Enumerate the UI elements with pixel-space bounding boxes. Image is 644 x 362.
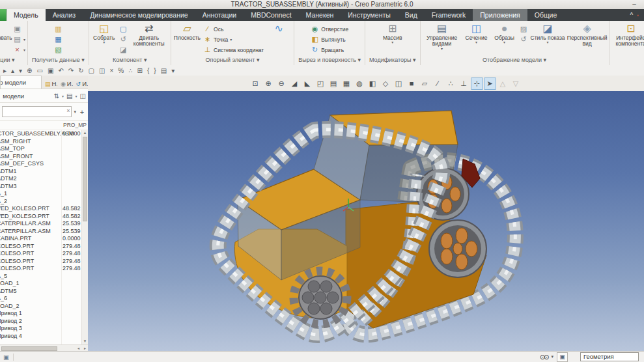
sketch-button[interactable]: ∿ [266, 22, 292, 35]
tab-dynamic-modeling[interactable]: Динамическое моделирование [83, 9, 195, 21]
tree-row[interactable]: Привод 1 [0, 310, 88, 318]
annotations-toggle-icon[interactable]: ⊹ [471, 77, 483, 90]
collapse-ribbon-icon[interactable]: ^ [630, 12, 633, 19]
copy-button[interactable]: ▣ [13, 24, 25, 34]
tree-filter-dropdown[interactable]: ▾ [62, 94, 64, 98]
tab-analysis[interactable]: Анализ [46, 9, 83, 21]
panel-tab-history[interactable]: ↺И... [73, 79, 88, 89]
tree-row[interactable]: ASM_DEF_CSYS [0, 160, 88, 168]
qat-web-icon[interactable]: ⊕ [27, 66, 32, 76]
regenerate-button[interactable]: ↻Регенерировать [0, 22, 11, 41]
hscrollbar-thumb[interactable] [1, 346, 57, 351]
pin-ribbon-icon[interactable]: ▪ [637, 12, 639, 18]
scroll-right-icon[interactable]: ▸ [82, 346, 88, 350]
axis-button[interactable]: ∕Ось [203, 24, 264, 34]
qat-next-icon[interactable]: ▾ [19, 66, 22, 76]
ribbon-group-label[interactable]: Замысел модели ▾ [611, 57, 644, 65]
qat-percent-icon[interactable]: % [118, 66, 124, 76]
perspective-view-button[interactable]: ◈Перспективный вид [568, 22, 607, 48]
qat-brace-open-icon[interactable]: { [147, 66, 149, 76]
tab-annotations[interactable]: Аннотации [195, 9, 244, 21]
shade-icon[interactable]: ◣ [301, 77, 314, 90]
display-style-button[interactable]: ◪Стиль показа▾ [530, 22, 566, 44]
tab-mbdconnect[interactable]: MBDConnect [244, 9, 298, 21]
window-list-icon[interactable]: ▣ [3, 354, 9, 361]
hole-button[interactable]: ◉Отверстие [311, 24, 348, 34]
paste-button[interactable]: ▤▾ [13, 35, 25, 44]
shrinkwrap-button[interactable]: ▧ [54, 45, 63, 55]
perspective-icon[interactable]: ◇ [380, 77, 392, 90]
tree-vertical-scrollbar[interactable]: ▲ ▼ [81, 130, 88, 344]
repaint-icon[interactable]: ◢ [288, 77, 301, 90]
component-interface-button[interactable]: ⊡Интерфейс компонента [611, 22, 644, 48]
add-filter-icon[interactable]: + [78, 108, 86, 116]
tree-row[interactable]: KABINA.PRT0.0000 [0, 235, 88, 243]
udf-button[interactable]: ▥ [54, 24, 63, 34]
scene-button[interactable]: ▨ [520, 24, 528, 34]
appearances-icon[interactable]: ◍ [354, 77, 366, 90]
zoom-fit-icon[interactable]: ⊡ [249, 77, 262, 90]
qat-prev-icon[interactable]: ▴ [11, 66, 14, 76]
tab-manikin[interactable]: Манекен [299, 9, 341, 21]
selection-filter-combo[interactable]: Геометрия [580, 352, 639, 361]
tree-list-icon[interactable]: ▤ [66, 92, 72, 100]
ribbon-group-label[interactable]: Получить данные ▾ [30, 57, 87, 65]
assemble-button[interactable]: ◱Собрать▾ [91, 22, 117, 44]
tree-row[interactable]: LOAD_2 [0, 303, 88, 311]
tab-common[interactable]: Общие [527, 9, 565, 21]
tab-model[interactable]: Модель [7, 9, 46, 21]
tree-row[interactable]: ADTM2 [0, 175, 88, 183]
panel-tab-favorites[interactable]: ◉И... [57, 79, 73, 89]
qat-points-icon[interactable]: ∴ [128, 66, 132, 76]
tab-tools[interactable]: Инструменты [341, 9, 397, 21]
zoom-in-icon[interactable]: ⊕ [262, 77, 275, 90]
qat-regenerate-icon[interactable]: ↻ [78, 66, 83, 76]
display-style-icon[interactable]: ◰ [315, 77, 327, 90]
search-binoculars-icon[interactable]: ⊙⊙ [540, 354, 548, 361]
tree-row[interactable]: A_5 [0, 273, 88, 281]
tree-row[interactable]: KOLESO.PRT279.48 [0, 250, 88, 258]
revolve-button[interactable]: ↻Вращать [311, 45, 348, 55]
tree-row[interactable]: LOAD_1 [0, 280, 88, 288]
tree-list-dropdown[interactable]: ▾ [76, 94, 77, 98]
tree-row[interactable]: CATERPILLAR.ASM25.539 [0, 228, 88, 236]
ribbon-group-label[interactable]: Операции ▾ [0, 57, 25, 65]
tree-settings-icon[interactable]: ◫ [80, 92, 86, 100]
spin-center-toggle-icon[interactable]: ➤ [484, 77, 496, 90]
qat-close-icon[interactable]: × [109, 66, 113, 76]
tree-row[interactable]: TRACTOR_SUBASSEMBLY.ASM0.0000 [0, 130, 88, 138]
ribbon-group-label[interactable]: Опорный элемент ▾ [173, 57, 292, 65]
file-menu-button[interactable] [0, 9, 7, 21]
tree-row[interactable]: ASM_RIGHT [0, 138, 88, 146]
include-button[interactable]: ◪ [119, 45, 128, 55]
coordinate-system-button[interactable]: ⊥Система координат [203, 45, 264, 55]
appearances-button[interactable]: ●Образы▾ [492, 22, 518, 44]
tree-row[interactable]: CATERPILLAR.ASM25.539 [0, 220, 88, 228]
panel-tab-folder-browser[interactable]: ▤Н... [42, 79, 57, 89]
find-in-model-icon[interactable]: ▣ [557, 352, 568, 362]
extrude-button[interactable]: ◧Вытянуть [311, 35, 348, 44]
qat-more-dropdown-icon[interactable]: ▾ [171, 66, 175, 76]
tree-row[interactable]: ADTM5 [0, 288, 88, 296]
reorient-button[interactable]: ↺ [520, 35, 528, 44]
ribbon-group-label[interactable]: Вырез и поверхность ▾ [296, 57, 363, 65]
qat-screen-icon[interactable]: ▤ [161, 66, 167, 76]
scroll-up-icon[interactable]: ▲ [82, 130, 88, 136]
tree-row[interactable]: ASM_TOP [0, 145, 88, 153]
section-button[interactable]: ◫Сечение▾ [464, 22, 490, 44]
tree-row[interactable]: KOLESO.PRT279.48 [0, 265, 88, 273]
search-dropdown-icon[interactable]: ▾ [551, 354, 553, 359]
ribbon-group-label[interactable]: Компонент ▾ [91, 57, 169, 65]
tab-view[interactable]: Вид [398, 9, 425, 21]
pattern-button[interactable]: ⊞Массив▾ [380, 22, 406, 44]
saved-views-icon[interactable]: ▤ [328, 77, 340, 90]
point-button[interactable]: ∗Точка▾ [203, 35, 264, 44]
search-dropdown-icon[interactable]: ▾ [74, 109, 76, 115]
qat-select-icon[interactable]: ▸ [3, 66, 7, 76]
tree-row[interactable]: ADTM3 [0, 183, 88, 191]
tree-row[interactable]: VED_KOLESO.PRT48.582 [0, 205, 88, 213]
minimize-button[interactable]: – [630, 0, 639, 8]
tree-row[interactable]: A_2 [0, 198, 88, 206]
qat-save-icon[interactable]: ▣ [48, 66, 53, 76]
delete-button[interactable]: ×▾ [13, 45, 25, 55]
